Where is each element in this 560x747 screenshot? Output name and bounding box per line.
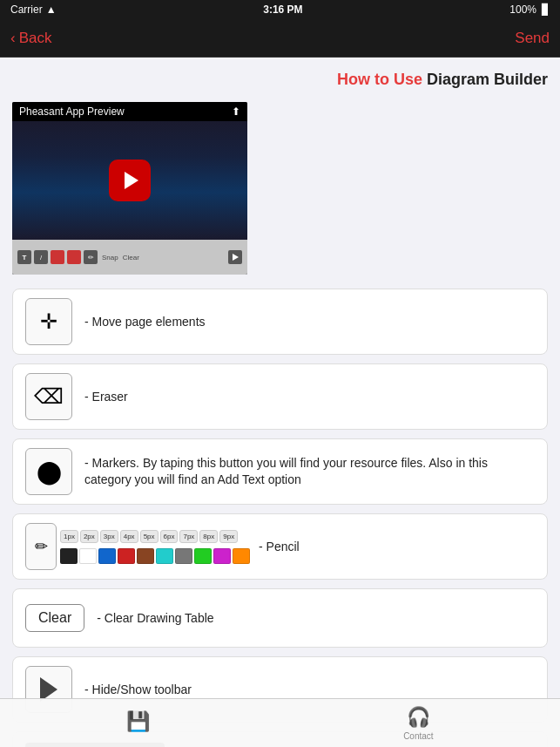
color-swatch[interactable] — [156, 548, 173, 564]
page-title-diagrambuilder: Diagram Builder — [422, 71, 548, 88]
color-swatch[interactable] — [118, 548, 135, 564]
play-button[interactable] — [109, 160, 151, 201]
pencil-size-btn[interactable]: 2px — [80, 530, 98, 543]
send-button[interactable]: Send — [515, 30, 550, 47]
toolbar-text-btn: T — [17, 250, 31, 264]
page-title-howto: How to Use — [337, 71, 422, 88]
pencil-icon: ✏ — [35, 537, 48, 556]
hide-toolbar-feature-text: - Hide/Show toolbar — [84, 682, 192, 699]
feature-row-eraser: ⌫ - Eraser — [12, 363, 548, 430]
eraser-icon: ⌫ — [34, 384, 64, 409]
markers-icon-box: ⬤ — [25, 448, 72, 495]
video-toolbar-preview: T / ✏ Snap Clear — [12, 240, 247, 275]
pencil-size-btn[interactable]: 8px — [199, 530, 218, 543]
pencil-color-swatches — [60, 548, 250, 564]
color-swatch[interactable] — [194, 548, 212, 564]
color-swatch[interactable] — [79, 548, 97, 564]
status-bar: Carrier ▲ 3:16 PM 100% ▊ — [0, 0, 560, 19]
pencil-feature-text: - Pencil — [259, 539, 300, 556]
move-icon: ✛ — [40, 309, 57, 334]
pencil-size-buttons: 1px2px3px4px5px6px7px8px9px — [60, 530, 250, 543]
nav-bar: ‹ Back Send — [0, 19, 560, 58]
pencil-size-btn[interactable]: 1px — [60, 530, 78, 543]
toolbar-snap-label: Snap — [102, 254, 118, 261]
toolbar-clear-label: Clear — [123, 254, 139, 261]
right-status: 100% ▊ — [509, 3, 550, 16]
back-label: Back — [19, 30, 52, 47]
feature-row-move: ✛ - Move page elements — [12, 289, 548, 355]
clear-drawing-button[interactable]: Clear — [25, 604, 84, 632]
feature-row-pencil: ✏ 1px2px3px4px5px6px7px8px9px - Pencil — [12, 513, 548, 580]
color-swatch[interactable] — [233, 548, 250, 564]
pencil-size-btn[interactable]: 5px — [140, 530, 159, 543]
toolbar-slash-btn: / — [34, 250, 48, 264]
eraser-icon-box: ⌫ — [25, 373, 72, 420]
back-button[interactable]: ‹ Back — [10, 30, 51, 47]
pencil-tool-area: ✏ 1px2px3px4px5px6px7px8px9px — [25, 523, 250, 570]
pencil-size-btn[interactable]: 4px — [120, 530, 138, 543]
video-title-text: Pheasant App Preview — [19, 105, 125, 118]
markers-feature-text: - Markers. By taping this button you wil… — [84, 455, 535, 489]
tab-contact[interactable]: 🎧 Contact — [403, 706, 433, 741]
pencil-size-btn[interactable]: 9px — [219, 530, 238, 543]
pencil-sizes-colors: 1px2px3px4px5px6px7px8px9px — [60, 530, 250, 564]
color-swatch[interactable] — [98, 548, 116, 564]
page-title: How to Use Diagram Builder — [12, 70, 548, 90]
carrier-text: Carrier — [10, 3, 43, 16]
markers-icon: ⬤ — [37, 458, 62, 486]
carrier-label: Carrier ▲ — [10, 3, 57, 16]
pencil-size-btn[interactable]: 3px — [100, 530, 118, 543]
feature-row-markers: ⬤ - Markers. By taping this button you w… — [12, 438, 548, 505]
toolbar-red-btn — [51, 250, 64, 264]
clear-feature-text: - Clear Drawing Table — [97, 610, 213, 628]
color-swatch[interactable] — [213, 548, 231, 564]
contact-icon: 🎧 — [407, 706, 430, 729]
back-chevron-icon: ‹ — [10, 30, 16, 47]
color-swatch[interactable] — [60, 548, 78, 564]
color-swatch[interactable] — [175, 548, 192, 564]
eraser-feature-text: - Eraser — [84, 389, 128, 406]
tab-save[interactable]: 💾 — [126, 710, 150, 736]
share-icon: ⬆ — [232, 105, 240, 118]
pencil-size-btn[interactable]: 7px — [179, 530, 198, 543]
pencil-icon-and-sizes: ✏ 1px2px3px4px5px6px7px8px9px — [25, 523, 250, 570]
play-triangle-icon — [125, 172, 138, 189]
battery-icon: ▊ — [542, 3, 550, 16]
color-swatch[interactable] — [137, 548, 154, 564]
video-title-bar: Pheasant App Preview ⬆ — [12, 102, 247, 121]
pencil-size-btn[interactable]: 6px — [160, 530, 179, 543]
save-icon: 💾 — [126, 710, 150, 733]
feature-row-clear: Clear - Clear Drawing Table — [12, 588, 548, 648]
video-thumbnail[interactable]: Pheasant App Preview ⬆ T / ✏ Snap Clear — [12, 102, 247, 275]
tab-contact-label: Contact — [403, 731, 433, 741]
time-display: 3:16 PM — [263, 3, 302, 16]
move-icon-box: ✛ — [25, 298, 72, 345]
video-background — [12, 121, 247, 240]
move-feature-text: - Move page elements — [84, 314, 206, 331]
pencil-icon-box: ✏ — [25, 523, 57, 570]
tab-bar: 💾 🎧 Contact — [0, 698, 560, 747]
content-area: How to Use Diagram Builder Pheasant App … — [0, 58, 560, 747]
toolbar-arrow-btn — [228, 250, 242, 264]
battery-label: 100% — [509, 3, 536, 16]
toolbar-red2-btn — [67, 250, 81, 264]
toolbar-pen-btn: ✏ — [84, 250, 98, 264]
wifi-icon: ▲ — [46, 3, 57, 16]
